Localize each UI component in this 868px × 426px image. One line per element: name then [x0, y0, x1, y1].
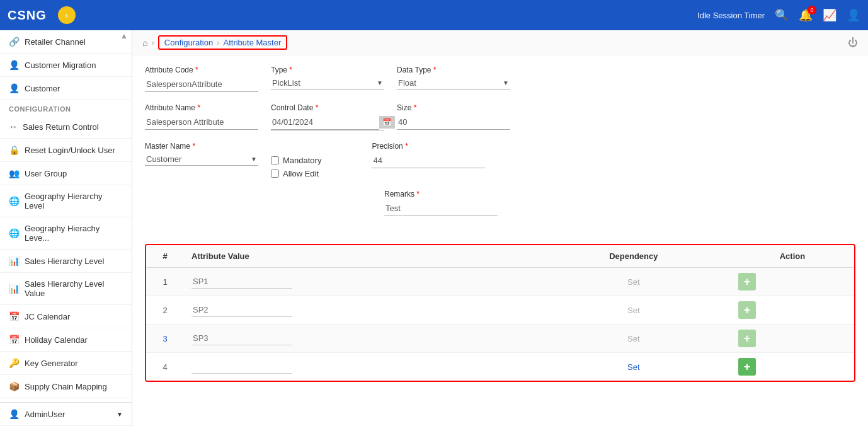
sidebar-item-holiday-calendar[interactable]: 📅 Holiday Calendar — [0, 328, 132, 352]
control-date-input[interactable] — [271, 115, 379, 130]
attr-value-input-3[interactable] — [191, 331, 292, 345]
add-btn-3[interactable]: + — [738, 330, 756, 347]
attribute-code-group: Attribute Code * — [145, 66, 258, 92]
col-dependency: Dependency — [537, 245, 731, 268]
set-link-1[interactable]: Set — [627, 277, 640, 287]
attribute-code-input[interactable] — [145, 77, 258, 92]
col-attr-value: Attribute Value — [184, 245, 537, 268]
calendar-picker-icon[interactable]: 📅 — [379, 116, 395, 129]
link-icon: 🔗 — [9, 37, 20, 47]
sidebar-item-user-group[interactable]: 👥 User Group — [0, 162, 132, 185]
attribute-value-table-wrapper: # Attribute Value Dependency Action 1 Se… — [145, 244, 855, 382]
layout: ▲ 🔗 Retailer Channel 👤 Customer Migratio… — [0, 30, 868, 426]
row-action-1: + — [731, 268, 854, 296]
globe-icon2: 🌐 — [9, 228, 20, 238]
sidebar-label: Key Generator — [25, 359, 78, 368]
size-group: Size * — [397, 103, 510, 130]
table-row: 1 Set + — [146, 268, 854, 296]
breadcrumb-configuration[interactable]: Configuration — [164, 38, 213, 47]
attribute-code-label: Attribute Code * — [145, 66, 258, 74]
col-hash: # — [146, 245, 184, 268]
sidebar-label: Sales Return Control — [23, 122, 99, 132]
key-icon: 🔑 — [9, 358, 20, 368]
table-row: 4 Set + — [146, 353, 854, 381]
group-icon: 👥 — [9, 168, 20, 178]
data-type-select[interactable]: Float Integer String — [398, 78, 503, 88]
breadcrumb-attribute-master[interactable]: Attribute Master — [223, 38, 281, 47]
admin-chevron-icon: ▼ — [117, 411, 123, 418]
sidebar-item-geo-hierarchy[interactable]: 🌐 Geography Hierarchy Level — [0, 185, 132, 217]
size-input[interactable] — [397, 115, 510, 130]
return-icon: ↔ — [9, 122, 18, 132]
app-logo: CSNG — [8, 8, 47, 23]
add-btn-1[interactable]: + — [738, 273, 756, 291]
attr-value-input-4[interactable] — [191, 360, 292, 374]
search-icon[interactable]: 🔍 — [775, 8, 789, 22]
sidebar-item-key-generator[interactable]: 🔑 Key Generator — [0, 352, 132, 375]
attr-value-input-1[interactable] — [191, 275, 292, 289]
row-attr-2 — [184, 296, 537, 325]
row-dep-1: Set — [537, 268, 731, 296]
table-row: 2 Set + — [146, 296, 854, 325]
admin-avatar: 👤 — [9, 409, 20, 419]
main-content: ⌂ › Configuration › Attribute Master ⏻ A… — [132, 30, 868, 426]
sidebar-item-customer[interactable]: 👤 Customer — [0, 77, 132, 100]
sidebar-item-retailer-channel[interactable]: 🔗 Retailer Channel — [0, 30, 132, 54]
allow-edit-checkbox[interactable] — [271, 170, 279, 178]
sidebar-item-customer-migration[interactable]: 👤 Customer Migration — [0, 54, 132, 77]
allow-edit-label[interactable]: Allow Edit — [271, 169, 321, 178]
mandatory-label[interactable]: Mandatory — [271, 156, 321, 165]
sales-icon: 📊 — [9, 256, 20, 266]
breadcrumb: ⌂ › Configuration › Attribute Master ⏻ — [132, 30, 868, 55]
back-button[interactable]: ‹ — [58, 6, 76, 24]
sidebar-item-supply-chain[interactable]: 📦 Supply Chain Mapping — [0, 375, 132, 398]
data-type-label: Data Type * — [397, 66, 510, 74]
master-name-select[interactable]: Customer Supplier Product — [146, 154, 251, 164]
sidebar-item-geo-hierarchy2[interactable]: 🌐 Geography Hierachy Leve... — [0, 217, 132, 250]
data-type-select-wrapper: Float Integer String ▼ — [397, 77, 510, 89]
remarks-group: Remarks * — [384, 190, 498, 216]
form-row-2: Attribute Name * Control Date * 📅 Siz — [145, 103, 855, 130]
breadcrumb-sep1: › — [151, 38, 154, 47]
control-date-label: Control Date * — [271, 103, 384, 112]
set-link-4[interactable]: Set — [627, 362, 640, 372]
notification-badge: 0 — [808, 6, 816, 14]
precision-label: Precision * — [372, 142, 485, 151]
row-dep-3: Set — [537, 325, 731, 353]
sidebar-item-jc-calendar[interactable]: 📅 JC Calendar — [0, 305, 132, 328]
type-select[interactable]: PickList Text Number Date — [272, 78, 377, 88]
sidebar-label: Retailer Channel — [25, 37, 86, 47]
power-icon[interactable]: ⏻ — [848, 37, 858, 49]
add-btn-4[interactable]: + — [738, 358, 756, 376]
sidebar-item-reset-login[interactable]: 🔒 Reset Login/Unlock User — [0, 139, 132, 162]
chart-icon[interactable]: 📈 — [823, 8, 837, 22]
table-head: # Attribute Value Dependency Action — [146, 245, 854, 268]
notification-icon[interactable]: 🔔 0 — [799, 8, 813, 22]
attribute-value-table: # Attribute Value Dependency Action 1 Se… — [146, 245, 854, 381]
table-body: 1 Set + 2 — [146, 268, 854, 381]
master-name-chevron-icon: ▼ — [251, 156, 257, 163]
set-link-3[interactable]: Set — [627, 334, 640, 343]
attribute-name-input[interactable] — [145, 115, 258, 130]
type-label: Type * — [271, 66, 384, 74]
row-num-4: 4 — [146, 353, 184, 381]
mandatory-checkbox[interactable] — [271, 156, 279, 164]
precision-input[interactable] — [372, 153, 485, 168]
add-btn-2[interactable]: + — [738, 301, 756, 319]
user-icon[interactable]: 👤 — [847, 8, 860, 22]
sidebar-item-sales-hierarchy[interactable]: 📊 Sales Hierarchy Level — [0, 250, 132, 273]
admin-user-item[interactable]: 👤 AdminUser ▼ — [0, 402, 132, 426]
sidebar-label: Customer — [25, 84, 60, 93]
row-num-3: 3 — [146, 325, 184, 353]
col-action: Action — [731, 245, 854, 268]
row-action-3: + — [731, 325, 854, 353]
form-row-1: Attribute Code * Type * PickList Text Nu… — [145, 66, 855, 92]
sidebar-item-sales-return-control[interactable]: ↔ Sales Return Control — [0, 115, 132, 139]
home-icon[interactable]: ⌂ — [142, 38, 147, 48]
sidebar-item-sales-hierarchy-value[interactable]: 📊 Sales Hierarchy Level Value — [0, 273, 132, 305]
remarks-input[interactable] — [384, 201, 498, 216]
size-label: Size * — [397, 103, 510, 112]
set-link-2[interactable]: Set — [627, 306, 640, 315]
attr-value-input-2[interactable] — [191, 303, 292, 317]
scroll-up-arrow[interactable]: ▲ — [120, 32, 128, 40]
